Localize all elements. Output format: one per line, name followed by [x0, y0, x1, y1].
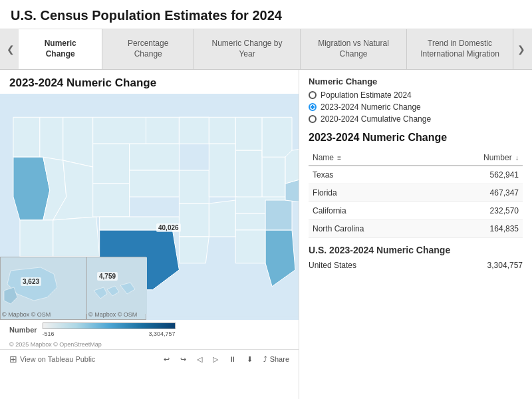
table-row: Florida 467,347 [309, 184, 523, 202]
summary-section: U.S. 2023-2024 Numeric Change United Sta… [309, 245, 523, 271]
copyright-text: © 2025 Mapbox © OpenStreetMap [0, 340, 299, 349]
title-bar: U.S. Census Population Estimates for 202… [0, 0, 532, 29]
footer-actions: ↩ ↪ ◁ ▷ ⏸ ⬇ ⤴ Share [164, 355, 289, 364]
svg-marker-17 [209, 117, 235, 144]
filter-title: Numeric Change [309, 76, 523, 86]
tabs-wrapper: Numeric Change Percentage Change Numeric… [19, 29, 513, 69]
view-tableau-label: View on Tableau Public [20, 355, 95, 363]
svg-marker-12 [93, 144, 130, 184]
table-section-title: 2023-2024 Numeric Change [309, 132, 523, 144]
alaska-label: 3,623 [21, 277, 41, 286]
svg-marker-7 [13, 157, 50, 220]
svg-marker-28 [179, 237, 209, 263]
back-button[interactable]: ◁ [197, 355, 202, 364]
sort-number-icon[interactable]: ↓ [515, 154, 519, 162]
tab-percentage-change[interactable]: Percentage Change [102, 29, 194, 69]
legend-max: 3,304,757 [149, 331, 176, 337]
svg-marker-22 [262, 150, 285, 200]
forward-button[interactable]: ▷ [213, 355, 218, 364]
row-name-texas: Texas [309, 166, 432, 184]
legend-gradient [43, 323, 176, 329]
svg-marker-34 [265, 200, 292, 230]
svg-marker-1 [13, 117, 40, 157]
row-number-california: 232,570 [432, 202, 523, 220]
radio-circle-1 [309, 91, 317, 99]
row-name-florida: Florida [309, 184, 432, 202]
map-area: 40,026 3,623 © Mapbox © OSM [0, 94, 299, 320]
redo-button[interactable]: ↪ [180, 355, 186, 364]
map-title: 2023-2024 Numeric Change [0, 70, 299, 94]
svg-marker-3 [63, 117, 93, 167]
svg-marker-10 [20, 220, 53, 257]
radio-label-3: 2020-2024 Cumulative Change [321, 114, 431, 124]
page-title: U.S. Census Population Estimates for 202… [11, 8, 521, 23]
left-panel: 2023-2024 Numeric Change [0, 70, 299, 399]
tab-numeric-change[interactable]: Numeric Change [19, 29, 102, 69]
download-button[interactable]: ⬇ [247, 355, 253, 364]
svg-marker-16 [179, 117, 209, 144]
legend-area: Number -516 3,304,757 [0, 320, 299, 340]
share-label: Share [270, 355, 289, 363]
row-number-florida: 467,347 [432, 184, 523, 202]
summary-name: United States [309, 261, 356, 270]
svg-marker-18 [235, 117, 262, 150]
pause-button[interactable]: ⏸ [229, 355, 236, 363]
undo-button[interactable]: ↩ [164, 355, 170, 364]
main-content: 2023-2024 Numeric Change [0, 70, 532, 399]
radio-numeric-change[interactable]: 2023-2024 Numeric Change [309, 102, 523, 112]
radio-circle-2 [309, 103, 317, 111]
table-row: North Carolina 164,835 [309, 220, 523, 238]
tableau-grid-icon: ⊞ [9, 354, 17, 364]
hawaii-label: 4,759 [97, 272, 118, 281]
radio-population-2024[interactable]: Population Estimate 2024 [309, 90, 523, 100]
svg-marker-21 [235, 150, 262, 200]
legend-title: Number [9, 326, 37, 334]
tab-numeric-change-by-year[interactable]: Numeric Change by Year [194, 29, 301, 69]
svg-marker-5 [146, 117, 180, 144]
texas-label: 40,026 [156, 223, 181, 232]
summary-title: U.S. 2023-2024 Numeric Change [309, 245, 523, 255]
tab-trend-migration[interactable]: Trend in Domestic International Migratio… [407, 29, 513, 69]
svg-marker-11 [53, 217, 100, 257]
svg-marker-27 [179, 203, 209, 237]
row-number-nc: 164,835 [432, 220, 523, 238]
row-number-texas: 562,941 [432, 166, 523, 184]
row-name-nc: North Carolina [309, 220, 432, 238]
legend-values: -516 3,304,757 [43, 331, 176, 337]
tab-prev-arrow[interactable]: ❮ [3, 29, 19, 69]
summary-value: 3,304,757 [487, 261, 523, 270]
tab-migration-natural-change[interactable]: Migration vs Natural Change [301, 29, 407, 69]
summary-row: United States 3,304,757 [309, 259, 523, 271]
svg-marker-19 [179, 170, 209, 203]
svg-marker-2 [40, 117, 63, 160]
col-header-name[interactable]: Name ≡ [309, 150, 432, 166]
radio-group: Population Estimate 2024 2023-2024 Numer… [309, 90, 523, 124]
table-row: Texas 562,941 [309, 166, 523, 184]
tab-next-arrow[interactable]: ❯ [513, 29, 529, 69]
svg-rect-40 [87, 257, 147, 314]
app-container: U.S. Census Population Estimates for 202… [0, 0, 532, 399]
table-row: California 232,570 [309, 202, 523, 220]
radio-label-1: Population Estimate 2024 [321, 90, 412, 100]
svg-marker-23 [262, 117, 292, 157]
hawaii-inset: 4,759 © Mapbox © OSM [86, 257, 146, 320]
col-header-number[interactable]: Number ↓ [432, 150, 523, 166]
share-button[interactable]: ⤴ Share [263, 355, 289, 363]
view-tableau-link[interactable]: ⊞ View on Tableau Public [9, 354, 95, 364]
sort-name-icon[interactable]: ≡ [337, 154, 341, 162]
svg-marker-20 [209, 144, 235, 197]
svg-marker-4 [93, 117, 146, 144]
radio-cumulative-change[interactable]: 2020-2024 Cumulative Change [309, 114, 523, 124]
share-icon: ⤴ [263, 355, 267, 363]
filter-section: Numeric Change Population Estimate 2024 … [309, 76, 523, 124]
tabs-container: ❮ Numeric Change Percentage Change Numer… [0, 29, 532, 70]
legend-min: -516 [43, 331, 55, 337]
right-panel: Numeric Change Population Estimate 2024 … [299, 70, 532, 399]
svg-marker-14 [130, 144, 180, 170]
radio-circle-3 [309, 115, 317, 123]
alaska-mapbox-credit: © Mapbox © OSM [2, 311, 51, 318]
tableau-footer: ⊞ View on Tableau Public ↩ ↪ ◁ ▷ ⏸ ⬇ ⤴ S… [0, 349, 299, 368]
row-name-california: California [309, 202, 432, 220]
data-table: Name ≡ Number ↓ Texas 562,941 [309, 150, 523, 238]
svg-marker-15 [130, 170, 180, 197]
